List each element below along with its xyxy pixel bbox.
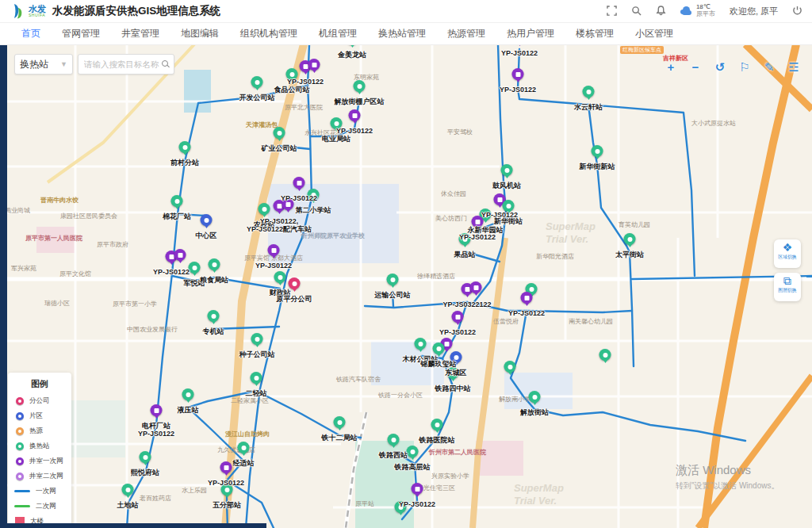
basemap-label: 徐绎精选酒店 [417,272,455,281]
map-toolbar: +−↺⚐✎☲ [664,60,801,75]
map-pin-unnamed[interactable] [599,349,611,361]
layer-list-icon[interactable]: ☲ [787,60,801,75]
marker-label-前村分站: 前村分站 [170,159,199,166]
map-pin-前村分站[interactable] [179,141,191,153]
map-pin-鼓风机站[interactable] [501,164,513,176]
map-pin-YP-JS0122[interactable] [174,249,186,261]
map-pin-铁路高层站[interactable] [407,446,419,457]
marker-label-锦麟玖玺站: 锦麟玖玺站 [421,360,457,368]
map-pin-液压站[interactable] [182,388,194,400]
tab-热用户管理[interactable]: 热用户管理 [507,27,554,40]
map-pin-农校站[interactable] [259,203,270,215]
map-pin-YP-JS0322122[interactable] [470,281,482,293]
map-pin-电杆厂站[interactable] [151,404,163,416]
map-pin-新华街新站[interactable] [592,145,603,157]
map-pin-铁十二局站[interactable] [334,416,346,428]
search-icon[interactable] [631,6,642,17]
map-pin-YP-JS0122[interactable] [293,177,305,189]
zoom-in-icon[interactable]: + [664,60,678,75]
map-pin-种子公司站[interactable] [251,333,263,345]
map-pin-新华街站[interactable] [503,200,515,212]
search-category-select[interactable]: 换热站 ▼ [14,54,73,75]
map-pin-解放街棚户区站[interactable] [354,80,366,92]
map-pin-木材公司站[interactable] [415,338,427,350]
tab-地图编辑[interactable]: 地图编辑 [181,27,219,40]
map-pin-YP-JS0122[interactable] [452,311,464,323]
clear-flag-icon[interactable]: ⚐ [737,60,752,75]
marker-label-运输公司站: 运输公司站 [375,291,411,299]
logout-icon[interactable] [792,6,802,17]
map-pin-YP-JS0122[interactable] [308,59,320,71]
map-pin-YP-JS0122[interactable] [349,109,361,121]
map-trial-watermark: SuperMapTrial Ver. [514,482,564,507]
二次网-line-icon [14,505,30,507]
tab-楼栋管理[interactable]: 楼栋管理 [576,27,614,40]
map-pin-太平街站[interactable] [624,233,636,245]
legend-panel: 图例 分公司片区热源换热站井室一次网井室二次网一次网二次网大楼 [8,373,71,528]
basemap-label: 休众佳园 [441,189,466,198]
tab-井室管理[interactable]: 井室管理 [121,27,159,40]
map-pin-unnamed[interactable] [504,361,516,373]
basemap-label: 忻州市第二人民医院 [429,448,486,457]
bell-icon[interactable] [656,6,666,17]
tab-机组管理[interactable]: 机组管理 [319,27,357,40]
map-pin-经适站[interactable] [238,442,250,453]
legend-item-热源: 热源 [14,423,65,438]
left-edge-strip [0,36,7,528]
tab-管网管理[interactable]: 管网管理 [62,27,100,40]
basemap-label: 原平市第一人民医院 [25,234,82,243]
marker-label-棉花厂站: 棉花厂站 [163,212,191,220]
map-pin-土地站[interactable] [122,484,134,495]
chevron-down-icon: ▼ [60,60,67,68]
map-pin-原平分公司[interactable] [289,277,301,289]
map-pin-运输公司站[interactable] [387,274,399,285]
basemap-label: 新华阳光酒店 [536,252,574,261]
reset-view-icon[interactable]: ↺ [713,60,727,75]
zoom-out-icon[interactable]: − [688,60,703,75]
fullscreen-icon[interactable] [607,6,617,17]
tab-换热站管理[interactable]: 换热站管理 [378,27,426,40]
tab-组织机构管理[interactable]: 组织机构管理 [240,27,297,40]
map-pin-棉花厂站[interactable] [171,195,183,207]
map-pin-军悦站[interactable] [189,262,201,274]
map-pin-粮食局站[interactable] [209,258,220,270]
map-pin-YP-JS0122[interactable] [268,244,280,256]
magnifier-icon[interactable] [162,60,170,68]
tab-小区管理[interactable]: 小区管理 [635,27,673,40]
map-pin-锦麟玖玺站[interactable] [433,342,445,354]
marker-label-鼓风机站: 鼓风机站 [492,182,521,189]
marker-label-食品公司站: 食品公司站 [274,86,310,94]
map-pin-YP-JS0122[interactable] [220,461,232,473]
layer-switch-button[interactable]: ⧉图层切换 [774,273,801,301]
map-pin-开发公司站[interactable] [251,76,263,88]
area-switch-button[interactable]: ❖区域切换 [774,239,801,268]
map-pin-水云轩站[interactable] [583,86,595,98]
basemap-label: 美心坊西门 [435,214,467,223]
measure-icon[interactable]: ✎ [762,60,776,75]
marker-label-金美龙站: 金美龙站 [338,51,366,59]
marker-label-粮食局站: 粮食局站 [200,276,228,284]
basemap-label: 鸿业尚城 [5,206,30,215]
search-input[interactable] [82,59,162,70]
legend-label: 井室二次网 [29,472,63,481]
basemap-label: 伍蕾悦府 [493,317,519,326]
map-pin-财政站[interactable] [274,271,286,283]
map-pin-铁路医院站[interactable] [431,419,443,430]
map-pin-中心区[interactable] [201,214,213,226]
basemap-label: 原平文化馆 [59,270,91,278]
map-pin-专机站[interactable] [208,310,220,322]
legend-label: 二次网 [36,502,56,511]
map-pin-二轻站[interactable] [251,372,262,384]
map-pin-YP-JS0122[interactable] [512,68,524,80]
marker-label-YP-JS0322122: YP-JS0322122 [442,300,491,308]
marker-label-土地站: 土地站 [117,501,139,509]
tab-热源管理[interactable]: 热源管理 [447,27,485,40]
map-canvas[interactable]: 换热站 ▼ +−↺⚐✎☲ 图例 分公司片区热源换热站井室一次网井室二次网一次网二… [0,44,812,528]
map-pin-熙悦府站[interactable] [140,451,151,463]
map-pin-解放街站[interactable] [529,391,541,403]
map-pin-矿业公司站[interactable] [274,127,285,139]
tab-首页[interactable]: 首页 [21,27,40,40]
map-pin-YP-JS0122[interactable] [521,292,533,304]
map-pin-YP-JS0122[interactable] [412,483,423,495]
map-pin-铁路西站[interactable] [388,434,400,446]
